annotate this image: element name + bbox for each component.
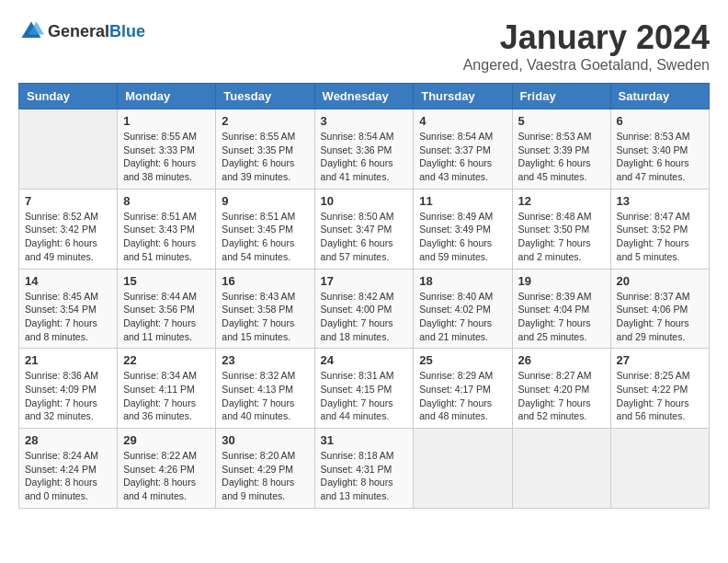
calendar-cell: [19, 109, 118, 190]
week-row-5: 28Sunrise: 8:24 AM Sunset: 4:24 PM Dayli…: [19, 429, 710, 509]
day-info: Sunrise: 8:36 AM Sunset: 4:09 PM Dayligh…: [25, 369, 111, 423]
calendar-cell: 27Sunrise: 8:25 AM Sunset: 4:22 PM Dayli…: [610, 349, 709, 429]
calendar-cell: 2Sunrise: 8:55 AM Sunset: 3:35 PM Daylig…: [216, 109, 314, 190]
day-number: 14: [25, 274, 111, 288]
day-info: Sunrise: 8:44 AM Sunset: 3:56 PM Dayligh…: [123, 290, 210, 344]
day-number: 9: [222, 194, 308, 208]
calendar-cell: [610, 429, 709, 509]
calendar-cell: 6Sunrise: 8:53 AM Sunset: 3:40 PM Daylig…: [610, 109, 709, 190]
day-number: 7: [25, 194, 111, 208]
day-info: Sunrise: 8:48 AM Sunset: 3:50 PM Dayligh…: [518, 210, 605, 264]
day-info: Sunrise: 8:39 AM Sunset: 4:04 PM Dayligh…: [518, 290, 605, 344]
calendar-table: SundayMondayTuesdayWednesdayThursdayFrid…: [18, 83, 710, 509]
day-number: 8: [123, 194, 210, 208]
calendar-cell: 21Sunrise: 8:36 AM Sunset: 4:09 PM Dayli…: [19, 349, 118, 429]
day-info: Sunrise: 8:29 AM Sunset: 4:17 PM Dayligh…: [419, 369, 506, 423]
day-info: Sunrise: 8:18 AM Sunset: 4:31 PM Dayligh…: [321, 449, 408, 503]
day-number: 30: [222, 433, 308, 447]
day-number: 16: [222, 274, 308, 288]
day-info: Sunrise: 8:47 AM Sunset: 3:52 PM Dayligh…: [617, 210, 703, 264]
day-info: Sunrise: 8:22 AM Sunset: 4:26 PM Dayligh…: [123, 449, 210, 503]
day-info: Sunrise: 8:42 AM Sunset: 4:00 PM Dayligh…: [321, 290, 408, 344]
logo-icon: [18, 18, 44, 44]
calendar-cell: 25Sunrise: 8:29 AM Sunset: 4:17 PM Dayli…: [414, 349, 512, 429]
calendar-cell: 22Sunrise: 8:34 AM Sunset: 4:11 PM Dayli…: [118, 349, 216, 429]
day-number: 10: [321, 194, 408, 208]
day-info: Sunrise: 8:27 AM Sunset: 4:20 PM Dayligh…: [518, 369, 605, 423]
logo-text: GeneralBlue: [48, 22, 145, 41]
day-number: 18: [419, 274, 506, 288]
day-number: 28: [25, 433, 111, 447]
calendar-cell: 3Sunrise: 8:54 AM Sunset: 3:36 PM Daylig…: [314, 109, 414, 190]
day-info: Sunrise: 8:40 AM Sunset: 4:02 PM Dayligh…: [419, 290, 506, 344]
day-number: 19: [518, 274, 605, 288]
logo-blue: Blue: [109, 22, 145, 40]
day-info: Sunrise: 8:55 AM Sunset: 3:35 PM Dayligh…: [222, 130, 308, 184]
day-info: Sunrise: 8:45 AM Sunset: 3:54 PM Dayligh…: [25, 290, 111, 344]
calendar-cell: 7Sunrise: 8:52 AM Sunset: 3:42 PM Daylig…: [19, 189, 118, 269]
calendar-cell: 4Sunrise: 8:54 AM Sunset: 3:37 PM Daylig…: [414, 109, 512, 190]
calendar-header-row: SundayMondayTuesdayWednesdayThursdayFrid…: [19, 84, 710, 109]
calendar-cell: 15Sunrise: 8:44 AM Sunset: 3:56 PM Dayli…: [118, 269, 216, 349]
day-number: 13: [617, 194, 703, 208]
col-header-friday: Friday: [512, 84, 610, 109]
day-number: 17: [321, 274, 408, 288]
week-row-2: 7Sunrise: 8:52 AM Sunset: 3:42 PM Daylig…: [19, 189, 710, 269]
calendar-cell: 17Sunrise: 8:42 AM Sunset: 4:00 PM Dayli…: [314, 269, 414, 349]
col-header-wednesday: Wednesday: [314, 84, 414, 109]
calendar-cell: 31Sunrise: 8:18 AM Sunset: 4:31 PM Dayli…: [314, 429, 414, 509]
day-number: 11: [419, 194, 506, 208]
calendar-cell: [512, 429, 610, 509]
calendar-cell: 26Sunrise: 8:27 AM Sunset: 4:20 PM Dayli…: [512, 349, 610, 429]
day-number: 5: [518, 114, 605, 128]
day-info: Sunrise: 8:25 AM Sunset: 4:22 PM Dayligh…: [617, 369, 703, 423]
calendar-cell: 18Sunrise: 8:40 AM Sunset: 4:02 PM Dayli…: [414, 269, 512, 349]
day-number: 6: [617, 114, 703, 128]
month-title: January 2024: [463, 18, 710, 57]
day-info: Sunrise: 8:52 AM Sunset: 3:42 PM Dayligh…: [25, 210, 111, 264]
calendar-cell: 24Sunrise: 8:31 AM Sunset: 4:15 PM Dayli…: [314, 349, 414, 429]
day-info: Sunrise: 8:49 AM Sunset: 3:49 PM Dayligh…: [419, 210, 506, 264]
day-number: 21: [25, 353, 111, 367]
calendar-cell: 16Sunrise: 8:43 AM Sunset: 3:58 PM Dayli…: [216, 269, 314, 349]
calendar-cell: 20Sunrise: 8:37 AM Sunset: 4:06 PM Dayli…: [610, 269, 709, 349]
calendar-cell: 23Sunrise: 8:32 AM Sunset: 4:13 PM Dayli…: [216, 349, 314, 429]
day-info: Sunrise: 8:20 AM Sunset: 4:29 PM Dayligh…: [222, 449, 308, 503]
day-number: 20: [617, 274, 703, 288]
col-header-saturday: Saturday: [610, 84, 709, 109]
day-info: Sunrise: 8:51 AM Sunset: 3:45 PM Dayligh…: [222, 210, 308, 264]
day-info: Sunrise: 8:34 AM Sunset: 4:11 PM Dayligh…: [123, 369, 210, 423]
day-number: 2: [222, 114, 308, 128]
calendar-cell: 8Sunrise: 8:51 AM Sunset: 3:43 PM Daylig…: [118, 189, 216, 269]
day-info: Sunrise: 8:54 AM Sunset: 3:37 PM Dayligh…: [419, 130, 506, 184]
day-info: Sunrise: 8:32 AM Sunset: 4:13 PM Dayligh…: [222, 369, 308, 423]
day-number: 29: [123, 433, 210, 447]
calendar-cell: 13Sunrise: 8:47 AM Sunset: 3:52 PM Dayli…: [610, 189, 709, 269]
day-info: Sunrise: 8:55 AM Sunset: 3:33 PM Dayligh…: [123, 130, 210, 184]
logo: GeneralBlue: [18, 18, 145, 44]
calendar-cell: 19Sunrise: 8:39 AM Sunset: 4:04 PM Dayli…: [512, 269, 610, 349]
calendar-cell: 28Sunrise: 8:24 AM Sunset: 4:24 PM Dayli…: [19, 429, 118, 509]
calendar-cell: 12Sunrise: 8:48 AM Sunset: 3:50 PM Dayli…: [512, 189, 610, 269]
week-row-3: 14Sunrise: 8:45 AM Sunset: 3:54 PM Dayli…: [19, 269, 710, 349]
day-number: 4: [419, 114, 506, 128]
day-info: Sunrise: 8:51 AM Sunset: 3:43 PM Dayligh…: [123, 210, 210, 264]
col-header-sunday: Sunday: [19, 84, 118, 109]
day-number: 24: [321, 353, 408, 367]
day-number: 15: [123, 274, 210, 288]
logo-general: General: [48, 22, 109, 40]
title-area: January 2024 Angered, Vaestra Goetaland,…: [463, 18, 710, 74]
calendar-cell: 5Sunrise: 8:53 AM Sunset: 3:39 PM Daylig…: [512, 109, 610, 190]
calendar-cell: 30Sunrise: 8:20 AM Sunset: 4:29 PM Dayli…: [216, 429, 314, 509]
day-number: 3: [321, 114, 408, 128]
calendar-cell: 9Sunrise: 8:51 AM Sunset: 3:45 PM Daylig…: [216, 189, 314, 269]
location-title: Angered, Vaestra Goetaland, Sweden: [463, 57, 710, 74]
day-number: 27: [617, 353, 703, 367]
day-info: Sunrise: 8:37 AM Sunset: 4:06 PM Dayligh…: [617, 290, 703, 344]
col-header-monday: Monday: [118, 84, 216, 109]
calendar-cell: 11Sunrise: 8:49 AM Sunset: 3:49 PM Dayli…: [414, 189, 512, 269]
day-info: Sunrise: 8:43 AM Sunset: 3:58 PM Dayligh…: [222, 290, 308, 344]
calendar-cell: 1Sunrise: 8:55 AM Sunset: 3:33 PM Daylig…: [118, 109, 216, 190]
day-number: 25: [419, 353, 506, 367]
col-header-tuesday: Tuesday: [216, 84, 314, 109]
